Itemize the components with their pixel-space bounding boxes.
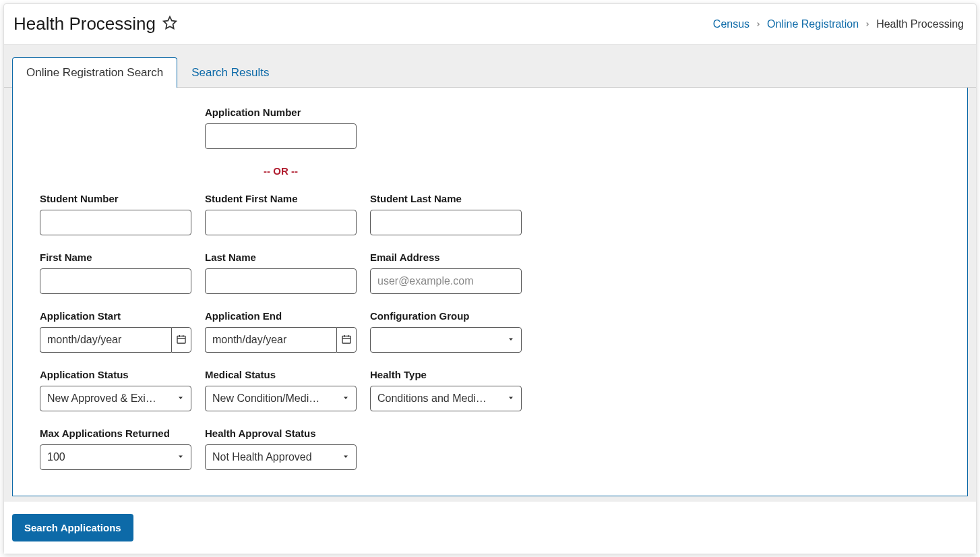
field-medical-status: Medical Status — [205, 369, 357, 411]
last-name-input[interactable] — [205, 268, 357, 294]
or-divider: -- OR -- — [205, 165, 357, 177]
max-applications-select[interactable] — [40, 444, 191, 470]
label-first-name: First Name — [40, 252, 191, 263]
tab-search-results[interactable]: Search Results — [177, 57, 283, 88]
label-max-applications: Max Applications Returned — [40, 428, 191, 439]
application-end-input[interactable] — [205, 327, 336, 353]
health-approval-status-select[interactable] — [205, 444, 357, 470]
breadcrumb-current: Health Processing — [876, 18, 964, 30]
chevron-right-icon — [864, 18, 871, 30]
label-configuration-group: Configuration Group — [370, 310, 522, 322]
student-number-input[interactable] — [40, 210, 191, 235]
breadcrumb-link-online-registration[interactable]: Online Registration — [767, 18, 859, 30]
label-student-number: Student Number — [40, 193, 191, 204]
tab-online-registration-search[interactable]: Online Registration Search — [12, 57, 177, 88]
svg-marker-0 — [164, 16, 176, 28]
field-max-applications: Max Applications Returned — [40, 428, 191, 470]
label-health-approval-status: Health Approval Status — [205, 428, 357, 439]
health-type-select[interactable] — [370, 386, 522, 411]
action-bar: Search Applications — [4, 502, 976, 554]
first-name-input[interactable] — [40, 268, 191, 294]
breadcrumb: Census Online Registration Health Proces… — [713, 18, 964, 30]
label-student-first-name: Student First Name — [205, 193, 357, 204]
search-applications-button[interactable]: Search Applications — [12, 514, 133, 541]
calendar-icon — [176, 334, 187, 347]
chevron-right-icon — [755, 18, 762, 30]
label-application-status: Application Status — [40, 369, 191, 380]
field-application-end: Application End — [205, 310, 357, 353]
svg-rect-1 — [177, 336, 185, 343]
application-end-datepicker-button[interactable] — [336, 327, 357, 353]
field-application-number: Application Number — [205, 107, 357, 149]
student-last-name-input[interactable] — [370, 210, 522, 235]
field-health-type: Health Type — [370, 369, 522, 411]
tabs: Online Registration Search Search Result… — [4, 57, 976, 87]
label-application-number: Application Number — [205, 107, 357, 118]
field-student-number: Student Number — [40, 193, 191, 235]
configuration-group-select[interactable] — [370, 327, 522, 353]
email-input[interactable] — [370, 268, 522, 294]
field-configuration-group: Configuration Group — [370, 310, 522, 353]
field-last-name: Last Name — [205, 252, 357, 294]
favorite-star-icon[interactable] — [162, 16, 177, 33]
breadcrumb-link-census[interactable]: Census — [713, 18, 749, 30]
field-first-name: First Name — [40, 252, 191, 294]
application-status-select[interactable] — [40, 386, 191, 411]
search-panel: Application Number -- OR -- Student Numb… — [12, 88, 968, 496]
label-student-last-name: Student Last Name — [370, 193, 522, 204]
calendar-icon — [341, 334, 352, 347]
svg-rect-5 — [342, 336, 350, 343]
field-student-last-name: Student Last Name — [370, 193, 522, 235]
application-start-datepicker-button[interactable] — [171, 327, 191, 353]
medical-status-select[interactable] — [205, 386, 357, 411]
student-first-name-input[interactable] — [205, 210, 357, 235]
page-title: Health Processing — [13, 13, 156, 34]
label-health-type: Health Type — [370, 369, 522, 380]
field-health-approval-status: Health Approval Status — [205, 428, 357, 470]
label-application-start: Application Start — [40, 310, 191, 322]
application-start-input[interactable] — [40, 327, 171, 353]
label-email: Email Address — [370, 252, 522, 263]
label-last-name: Last Name — [205, 252, 357, 263]
page-header: Health Processing Census Online Registra… — [4, 4, 976, 45]
label-application-end: Application End — [205, 310, 357, 322]
field-email: Email Address — [370, 252, 522, 294]
application-number-input[interactable] — [205, 123, 357, 149]
field-application-status: Application Status — [40, 369, 191, 411]
field-student-first-name: Student First Name — [205, 193, 357, 235]
field-application-start: Application Start — [40, 310, 191, 353]
label-medical-status: Medical Status — [205, 369, 357, 380]
